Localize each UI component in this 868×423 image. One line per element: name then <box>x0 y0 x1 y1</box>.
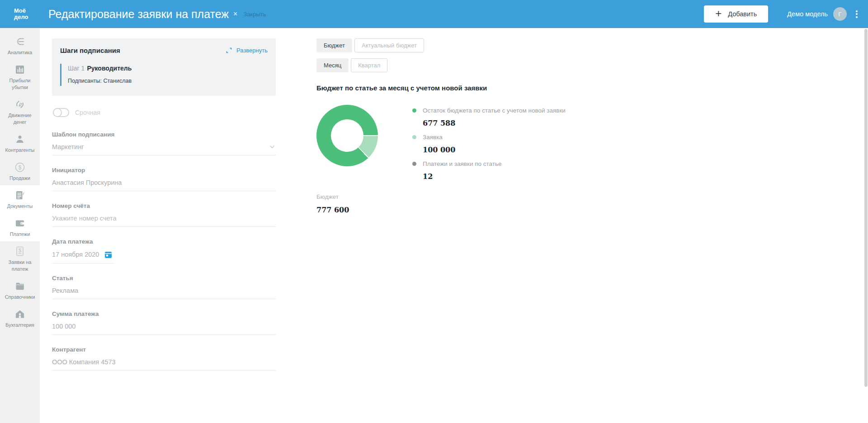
sidebar-item-label: Аналитика <box>8 49 32 56</box>
article-input[interactable]: Реклама <box>52 287 276 299</box>
sidebar-item-payment-requests[interactable]: S Заявки на платеж <box>0 241 40 276</box>
budget-chart: Остаток бюджета по статье с учетом новой… <box>316 105 868 187</box>
toggle-knob <box>53 108 62 117</box>
tab-actual-budget[interactable]: Актуальный бюджет <box>354 38 424 52</box>
payment-requests-icon: S <box>14 245 25 257</box>
tab-budget[interactable]: Бюджет <box>316 38 352 52</box>
page-title: Редактирование заявки на платеж <box>48 8 229 21</box>
step-number: Шаг 1 <box>68 65 85 72</box>
sales-icon: $ <box>14 161 26 173</box>
field-account-number: Номер счёта Укажите номер счета <box>52 202 276 227</box>
sidebar-item-label: Продажи <box>9 175 30 182</box>
sidebar-item-profit-loss[interactable]: Прибыли убытки <box>0 60 40 94</box>
urgent-toggle-row: Срочная <box>53 108 276 117</box>
legend-item-remaining: Остаток бюджета по статье с учетом новой… <box>412 107 566 127</box>
svg-text:S: S <box>19 248 22 253</box>
sidebar-item-analytics[interactable]: Аналитика <box>0 32 40 60</box>
field-placeholder: Укажите номер счета <box>52 215 117 222</box>
urgent-toggle[interactable] <box>53 108 69 117</box>
contractor-input[interactable]: ООО Компания 4573 <box>52 358 276 371</box>
field-value: Маркетинг <box>52 143 84 150</box>
svg-text:$: $ <box>19 164 22 171</box>
sidebar-item-label: Движение денег <box>1 112 38 126</box>
field-label: Контрагент <box>52 346 276 353</box>
payment-request-form: Шаги подписания Развернуть Шаг 1Руководи… <box>52 38 276 423</box>
expand-icon <box>226 47 232 54</box>
signing-steps-title: Шаги подписания <box>60 47 120 54</box>
budget-total-value: 777 600 <box>316 206 868 214</box>
logo-line2: дело <box>14 14 40 20</box>
field-value: 100 000 <box>52 323 75 330</box>
field-value: Реклама <box>52 287 78 294</box>
budget-view-tabs: Бюджет Актуальный бюджет <box>316 38 868 52</box>
sidebar-item-documents[interactable]: Документы <box>0 185 40 213</box>
sidebar-item-contractors[interactable]: Контрагенты <box>0 129 40 157</box>
payment-amount-input[interactable]: 100 000 <box>52 323 276 335</box>
sidebar-item-label: Документы <box>7 203 33 210</box>
legend-value: 12 <box>423 172 566 181</box>
kebab-menu-icon[interactable] <box>854 7 859 21</box>
sidebar-item-label: Заявки на платеж <box>1 259 38 273</box>
field-label: Сумма платежа <box>52 310 276 317</box>
signing-template-select[interactable]: Маркетинг <box>52 143 276 155</box>
legend-dot-light-green <box>412 135 416 139</box>
field-article: Статья Реклама <box>52 275 276 299</box>
contractors-icon <box>14 133 25 145</box>
account-number-input[interactable]: Укажите номер счета <box>52 215 276 227</box>
plus-icon: + <box>715 8 722 19</box>
app-logo[interactable]: Моё дело <box>0 8 40 20</box>
sidebar-item-directories[interactable]: Справочники <box>0 276 40 304</box>
budget-total: Бюджет 777 600 <box>316 193 868 214</box>
field-label: Статья <box>52 275 276 282</box>
field-value: 17 ноября 2020 <box>52 251 99 258</box>
accounting-icon <box>14 308 25 320</box>
sidebar-item-sales[interactable]: $ Продажи <box>0 157 40 185</box>
field-label: Номер счёта <box>52 202 276 209</box>
user-account-label[interactable]: Демо модель <box>787 10 828 18</box>
top-header: Моё дело Редактирование заявки на платеж… <box>0 0 868 28</box>
add-button-label: Добавить <box>728 10 757 18</box>
budget-total-label: Бюджет <box>316 193 868 200</box>
payment-date-input[interactable]: 17 ноября 2020 <box>52 251 114 263</box>
legend-value: 677 588 <box>423 119 566 127</box>
chevron-down-icon <box>269 145 275 149</box>
field-payment-amount: Сумма платежа 100 000 <box>52 310 276 335</box>
logo-line1: Моё <box>14 8 40 14</box>
vertical-scrollbar[interactable] <box>864 29 868 387</box>
sidebar-item-label: Справочники <box>5 294 35 301</box>
legend-item-payments: Платежи и заявки по статье 12 <box>412 160 566 181</box>
initiator-input[interactable]: Анастасия Проскурина <box>52 179 276 191</box>
field-value: Анастасия Проскурина <box>52 179 122 186</box>
field-label: Дата платежа <box>52 238 276 245</box>
tab-quarter[interactable]: Квартал <box>351 58 387 72</box>
legend-label: Заявка <box>423 134 443 141</box>
profit-loss-icon <box>14 64 25 75</box>
legend-item-request: Заявка 100 000 <box>412 134 566 154</box>
step-role: Руководитель <box>87 65 132 72</box>
legend-label: Платежи и заявки по статье <box>423 160 501 167</box>
signing-step-1: Шаг 1Руководитель Подписанты: Станислав <box>60 64 268 86</box>
field-initiator: Инициатор Анастасия Проскурина <box>52 167 276 191</box>
calendar-icon[interactable] <box>104 251 112 258</box>
signing-steps-card: Шаги подписания Развернуть Шаг 1Руководи… <box>52 38 276 96</box>
analytics-icon <box>14 36 25 47</box>
add-button[interactable]: + Добавить <box>704 5 768 23</box>
expand-button[interactable]: Развернуть <box>226 47 268 54</box>
tab-month[interactable]: Месяц <box>316 58 349 72</box>
cash-flow-icon: ₽ <box>14 99 26 110</box>
field-label: Шаблон подписания <box>52 131 276 138</box>
close-icon[interactable]: × <box>233 10 237 18</box>
documents-icon <box>14 189 25 201</box>
legend-dot-green <box>412 108 416 113</box>
expand-label: Развернуть <box>236 47 268 54</box>
directories-icon <box>14 280 25 292</box>
field-value: ООО Компания 4573 <box>52 358 116 366</box>
sidebar-item-accounting[interactable]: Бухгалтерия <box>0 304 40 332</box>
avatar[interactable]: Г <box>833 7 847 21</box>
budget-donut <box>316 105 378 166</box>
sidebar-item-payments[interactable]: Платежи <box>0 213 40 241</box>
budget-panel: Бюджет Актуальный бюджет Месяц Квартал Б… <box>316 38 868 423</box>
close-button[interactable]: Закрыть <box>243 11 266 18</box>
sidebar-item-cash-flow[interactable]: ₽ Движение денег <box>0 94 40 129</box>
sidebar-item-label: Бухгалтерия <box>5 322 34 329</box>
